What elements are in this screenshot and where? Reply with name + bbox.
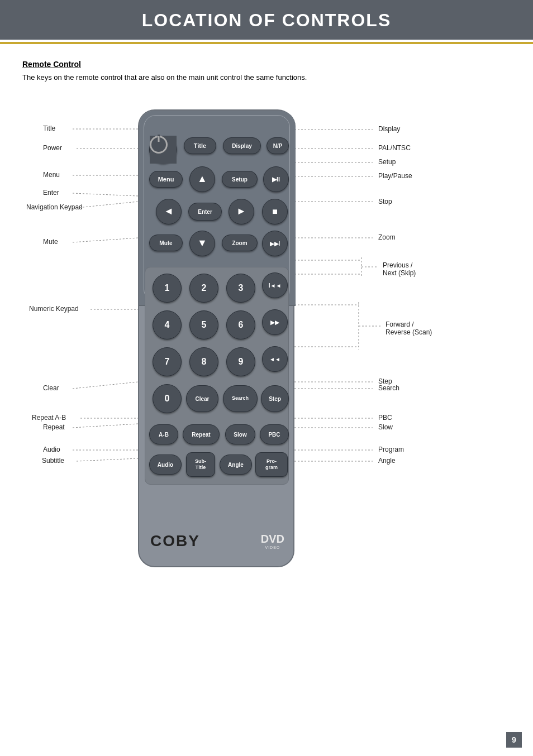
right-button[interactable]: ► bbox=[229, 199, 254, 224]
label-palntsc: PAL/NTSC bbox=[378, 144, 411, 152]
label-enter: Enter bbox=[43, 189, 59, 197]
coby-logo: COBY bbox=[150, 532, 200, 550]
label-mute: Mute bbox=[43, 238, 58, 246]
mute-button[interactable]: Mute bbox=[149, 235, 183, 251]
label-menu: Menu bbox=[43, 171, 60, 179]
label-power: Power bbox=[43, 144, 62, 152]
label-repeat: Repeat bbox=[43, 423, 65, 431]
slow-button[interactable]: Slow bbox=[225, 424, 255, 444]
audio-button[interactable]: Audio bbox=[149, 454, 182, 475]
setup-button[interactable]: Setup bbox=[222, 171, 258, 188]
label-title: Title bbox=[43, 125, 55, 132]
pbc-button[interactable]: PBC bbox=[260, 424, 289, 444]
np-button[interactable]: N/P bbox=[266, 137, 289, 154]
page-title: LOCATION OF CONTROLS bbox=[0, 10, 533, 31]
num7-button[interactable]: 7 bbox=[153, 347, 182, 376]
repeat-button[interactable]: Repeat bbox=[183, 424, 220, 444]
num8-button[interactable]: 8 bbox=[189, 347, 218, 376]
section-description: The keys on the remote control that are … bbox=[22, 73, 511, 82]
label-setup: Setup bbox=[378, 158, 396, 166]
subtitle-button[interactable]: Sub-Title bbox=[186, 452, 215, 477]
dvd-text: DVD bbox=[261, 533, 284, 546]
stop-button[interactable]: ■ bbox=[262, 199, 288, 224]
num2-button[interactable]: 2 bbox=[189, 274, 218, 303]
section-title: Remote Control bbox=[22, 60, 511, 69]
svg-line-5 bbox=[73, 238, 138, 242]
num5-button[interactable]: 5 bbox=[189, 310, 218, 339]
zoom-button[interactable]: Zoom bbox=[222, 235, 258, 251]
label-nav: Navigation Keypad bbox=[26, 203, 83, 211]
label-search: Search bbox=[378, 384, 399, 392]
page-header: LOCATION OF CONTROLS bbox=[0, 0, 533, 40]
label-angle: Angle bbox=[378, 457, 396, 465]
label-pbc: PBC bbox=[378, 414, 392, 422]
label-repeat-ab: Repeat A-B bbox=[32, 414, 66, 422]
playpause-button[interactable]: ▶II bbox=[263, 166, 289, 192]
label-numeric: Numeric Keypad bbox=[29, 305, 79, 313]
label-slow: Slow bbox=[378, 423, 393, 431]
program-button[interactable]: Pro-gram bbox=[255, 452, 288, 477]
label-forwardreverse: Forward /Reverse (Scan) bbox=[386, 320, 432, 336]
page-number: 9 bbox=[506, 732, 522, 748]
label-playpause: Play/Pause bbox=[378, 172, 412, 180]
dvd-logo: DVD VIDEO bbox=[261, 533, 284, 549]
svg-line-9 bbox=[73, 424, 138, 428]
skipprev-button[interactable]: I◄◄ bbox=[262, 272, 288, 298]
diagram-area: Title Power Menu Enter Navigation Keypad… bbox=[26, 93, 507, 640]
rew-button[interactable]: ◄◄ bbox=[262, 346, 288, 372]
skipnext-button[interactable]: ▶▶I bbox=[262, 231, 288, 256]
svg-line-11 bbox=[77, 458, 138, 461]
remote-bottom: COBY DVD VIDEO bbox=[139, 516, 296, 566]
clear-button[interactable]: Clear bbox=[186, 385, 218, 412]
menu-button[interactable]: Menu bbox=[149, 171, 183, 188]
num1-button[interactable]: 1 bbox=[153, 274, 182, 303]
num0-button[interactable]: 0 bbox=[153, 384, 182, 413]
video-text: VIDEO bbox=[265, 546, 280, 549]
content-area: Remote Control The keys on the remote co… bbox=[0, 44, 533, 651]
search-button[interactable]: Search bbox=[223, 385, 258, 412]
svg-line-7 bbox=[73, 382, 138, 389]
label-stop: Stop bbox=[378, 198, 392, 205]
num3-button[interactable]: 3 bbox=[226, 274, 255, 303]
angle-button[interactable]: Angle bbox=[220, 454, 252, 475]
num4-button[interactable]: 4 bbox=[153, 310, 182, 339]
up-button[interactable]: ▲ bbox=[189, 166, 215, 192]
remote-body: Title Display N/P Menu ▲ Setup ▶II ◄ Ent… bbox=[138, 109, 294, 567]
label-zoom: Zoom bbox=[378, 233, 396, 241]
display-button[interactable]: Display bbox=[223, 137, 261, 154]
num9-button[interactable]: 9 bbox=[226, 347, 255, 376]
svg-line-3 bbox=[73, 193, 138, 196]
ff-button[interactable]: ▶▶ bbox=[262, 309, 288, 335]
left-button[interactable]: ◄ bbox=[156, 199, 182, 224]
down-button[interactable]: ▼ bbox=[189, 231, 215, 256]
label-audio: Audio bbox=[43, 446, 60, 453]
enter-button[interactable]: Enter bbox=[188, 203, 222, 221]
label-subtitle: Subtitle bbox=[42, 457, 64, 465]
title-button[interactable]: Title bbox=[184, 137, 216, 154]
label-prevnext: Previous /Next (Skip) bbox=[383, 261, 416, 277]
step-button[interactable]: Step bbox=[261, 385, 289, 412]
num6-button[interactable]: 6 bbox=[226, 310, 255, 339]
power-button[interactable] bbox=[149, 136, 177, 164]
ab-button[interactable]: A-B bbox=[149, 424, 178, 444]
label-display: Display bbox=[378, 125, 400, 133]
label-program: Program bbox=[378, 446, 404, 453]
label-clear: Clear bbox=[43, 384, 59, 392]
